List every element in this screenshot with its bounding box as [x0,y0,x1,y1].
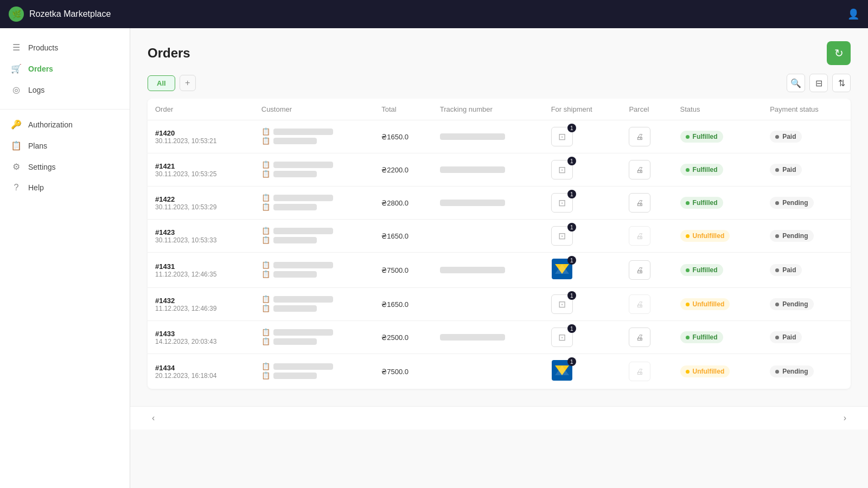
sidebar-item-plans[interactable]: 📋 Plans [0,135,130,156]
cell-order-id: #1432 11.12.2023, 12:46:39 [148,288,254,321]
filter-button[interactable]: ⊟ [809,74,828,92]
search-button[interactable]: 🔍 [787,74,805,92]
cell-payment: Paid [762,120,851,153]
add-tab-button[interactable]: + [180,75,196,91]
cell-total: ₴1650.0 [374,220,432,253]
payment-dot [775,268,779,272]
cell-shipment: 1 [544,253,622,288]
cell-customer: 📋 📋 [254,354,374,389]
status-dot [686,303,690,306]
cell-tracking [432,220,544,253]
sidebar-item-settings[interactable]: ⚙ Settings [0,156,130,177]
sidebar: ☰ Products 🛒 Orders ◎ Logs 🔑 Authorizati… [0,28,130,488]
cell-tracking [432,187,544,220]
col-order: Order [148,99,254,120]
sidebar-item-authorization[interactable]: 🔑 Authorization [0,114,130,135]
parcel-button[interactable]: 🖨 [629,160,650,179]
col-payment: Payment status [762,99,851,120]
cell-payment: Pending [762,187,851,220]
scroll-right-button[interactable]: › [839,411,851,425]
cell-parcel: 🖨 [621,187,672,220]
parcel-button[interactable]: 🖨 [629,260,650,280]
parcel-button[interactable]: 🖨 [629,328,650,347]
payment-badge: Pending [770,298,813,310]
cell-total: ₴1650.0 [374,120,432,153]
orders-table-wrap: Order Customer Total Tracking number For… [130,99,868,406]
customer-copy-icon: 📋 [261,127,270,136]
cell-tracking [432,288,544,321]
payment-dot [775,201,779,205]
sidebar-item-products[interactable]: ☰ Products [0,37,130,58]
cell-order-id: #1421 30.11.2023, 10:53:25 [148,153,254,187]
cell-tracking [432,153,544,187]
table-row[interactable]: #1420 30.11.2023, 10:53:21 📋 📋 ₴1650.0 ⊡… [148,120,851,153]
table-row[interactable]: #1434 20.12.2023, 16:18:04 📋 📋 ₴7500.0 [148,354,851,389]
main-content: Orders ↻ All + 🔍 ⊟ ⇅ [130,28,868,488]
customer-copy-icon: 📋 [261,261,270,269]
sidebar-item-authorization-label: Authorization [28,120,73,129]
cell-parcel: 🖨 [621,321,672,354]
cell-status: Fulfilled [673,153,763,187]
cell-total: ₴7500.0 [374,253,432,288]
cell-total: ₴2500.0 [374,321,432,354]
sidebar-item-orders-label: Orders [28,65,53,73]
col-tracking: Tracking number [432,99,544,120]
cell-status: Fulfilled [673,321,763,354]
cell-shipment: ⊡ 1 [544,220,622,253]
parcel-button[interactable]: 🖨 [629,362,650,381]
cell-tracking [432,321,544,354]
sidebar-item-logs-label: Logs [28,86,44,94]
cell-customer: 📋 📋 [254,321,374,354]
customer-copy-icon: 📋 [261,194,270,202]
sidebar-item-orders[interactable]: 🛒 Orders [0,58,130,79]
cell-customer: 📋 📋 [254,153,374,187]
col-status: Status [673,99,763,120]
cell-parcel: 🖨 [621,220,672,253]
cell-customer: 📋 📋 [254,220,374,253]
customer-copy-icon: 📋 [261,328,270,336]
payment-dot [775,234,779,238]
sort-button[interactable]: ⇅ [832,74,851,92]
parcel-button[interactable]: 🖨 [629,193,650,213]
parcel-button[interactable]: 🖨 [629,127,650,146]
customer-address-icon: 📋 [261,203,270,211]
table-row[interactable]: #1431 11.12.2023, 12:46:35 📋 📋 ₴7500.0 [148,253,851,288]
payment-dot [775,135,779,139]
table-row[interactable]: #1423 30.11.2023, 10:53:33 📋 📋 ₴1650.0 ⊡… [148,220,851,253]
shipment-badge: 1 [567,357,576,366]
payment-dot [775,303,779,306]
table-row[interactable]: #1422 30.11.2023, 10:53:29 📋 📋 ₴2800.0 ⊡… [148,187,851,220]
parcel-button[interactable]: 🖨 [629,294,650,314]
cell-shipment: ⊡ 1 [544,187,622,220]
status-badge: Fulfilled [680,131,723,143]
table-row[interactable]: #1432 11.12.2023, 12:46:39 📋 📋 ₴1650.0 ⊡… [148,288,851,321]
status-badge: Fulfilled [680,164,723,176]
cell-customer: 📋 📋 [254,253,374,288]
sidebar-item-logs[interactable]: ◎ Logs [0,79,130,100]
cell-parcel: 🖨 [621,354,672,389]
scroll-left-button[interactable]: ‹ [148,411,159,425]
user-icon[interactable]: 👤 [847,8,859,20]
help-icon: ? [11,183,22,192]
table-row[interactable]: #1421 30.11.2023, 10:53:25 📋 📋 ₴2200.0 ⊡… [148,153,851,187]
table-row[interactable]: #1433 14.12.2023, 20:03:43 📋 📋 ₴2500.0 ⊡… [148,321,851,354]
cell-parcel: 🖨 [621,288,672,321]
cell-total: ₴1650.0 [374,288,432,321]
sidebar-item-help[interactable]: ? Help [0,177,130,198]
sidebar-item-help-label: Help [28,183,44,192]
sidebar-item-plans-label: Plans [28,142,47,150]
cell-payment: Paid [762,153,851,187]
cell-status: Fulfilled [673,253,763,288]
refresh-button[interactable]: ↻ [827,41,851,65]
cell-tracking [432,253,544,288]
payment-dot [775,168,779,172]
cell-customer: 📋 📋 [254,288,374,321]
customer-address-icon: 📋 [261,137,270,145]
parcel-button[interactable]: 🖨 [629,226,650,246]
shipment-badge: 1 [567,256,576,265]
sort-icon: ⇅ [838,78,845,88]
cell-payment: Pending [762,354,851,389]
col-shipment: For shipment [544,99,622,120]
tab-all[interactable]: All [148,75,175,91]
status-badge: Unfulfilled [680,298,730,310]
